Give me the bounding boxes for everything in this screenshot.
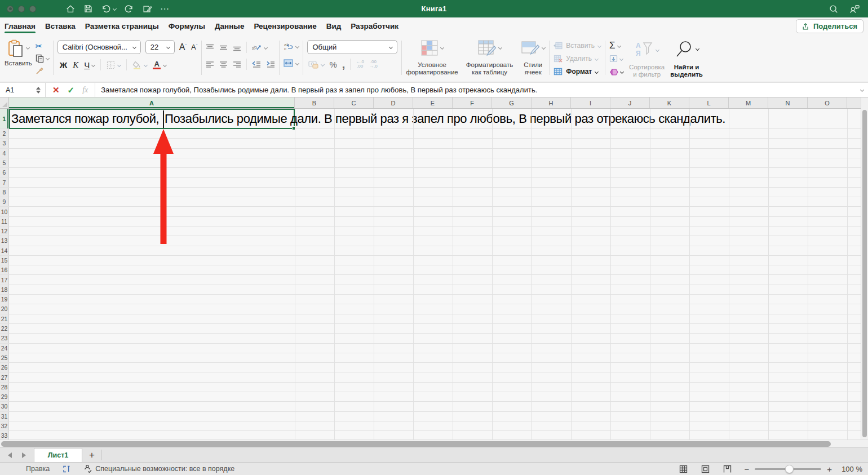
zoom-out-button[interactable]: − xyxy=(744,465,749,473)
orientation-icon[interactable]: ab xyxy=(252,43,262,52)
align-middle-icon[interactable] xyxy=(219,44,228,51)
column-header-e[interactable]: E xyxy=(413,97,453,108)
fill-down-icon[interactable] xyxy=(609,55,618,63)
column-header-o[interactable]: O xyxy=(808,97,847,108)
row-header-25[interactable]: 25 xyxy=(0,353,9,362)
row-header-20[interactable]: 20 xyxy=(0,304,9,313)
column-header-n[interactable]: N xyxy=(768,97,808,108)
horizontal-scrollbar[interactable] xyxy=(0,440,868,447)
row-header-28[interactable]: 28 xyxy=(0,383,9,392)
align-right-icon[interactable] xyxy=(233,61,241,68)
row-header-27[interactable]: 27 xyxy=(0,372,9,381)
undo-dropdown-icon[interactable] xyxy=(113,7,117,11)
row-header-24[interactable]: 24 xyxy=(0,344,9,353)
insert-cells-button[interactable]: Вставить xyxy=(553,40,601,51)
column-header-j[interactable]: J xyxy=(610,97,650,108)
normal-view-icon[interactable] xyxy=(679,465,688,473)
accounting-format-icon[interactable] xyxy=(308,60,318,69)
row-header-14[interactable]: 14 xyxy=(0,246,9,255)
align-top-icon[interactable] xyxy=(206,44,214,51)
confirm-entry-button[interactable]: ✓ xyxy=(68,85,75,95)
italic-button[interactable]: К xyxy=(73,60,78,70)
row-header-19[interactable]: 19 xyxy=(0,295,9,304)
undo-icon[interactable] xyxy=(101,4,116,14)
paste-dropdown-icon[interactable] xyxy=(26,46,30,50)
font-color-dropdown-icon[interactable] xyxy=(163,63,167,66)
add-sheet-button[interactable]: + xyxy=(82,448,101,462)
row-header-11[interactable]: 11 xyxy=(0,217,9,226)
fill-down-dropdown-icon[interactable] xyxy=(619,56,623,60)
cell-styles-button[interactable]: Стили ячеек xyxy=(521,39,545,79)
ribbon-tab-вставка[interactable]: Вставка xyxy=(45,19,76,35)
wrap-text-dropdown-icon[interactable] xyxy=(295,44,299,48)
column-header-b[interactable]: B xyxy=(295,97,334,108)
decrease-indent-icon[interactable] xyxy=(252,61,261,68)
row-header-21[interactable]: 21 xyxy=(0,314,9,323)
autosum-dropdown-icon[interactable] xyxy=(617,43,621,47)
conditional-formatting-button[interactable]: Условное форматирование xyxy=(406,39,458,79)
next-sheet-icon[interactable] xyxy=(22,452,26,458)
row-header-7[interactable]: 7 xyxy=(0,177,9,187)
accessibility-status[interactable]: Специальные возможности: все в порядке xyxy=(95,465,234,473)
save-as-icon[interactable] xyxy=(142,4,152,14)
insert-function-button[interactable]: fx xyxy=(82,86,88,95)
ribbon-tab-данные[interactable]: Данные xyxy=(215,19,244,35)
row-header-9[interactable]: 9 xyxy=(0,197,9,206)
column-header-c[interactable]: C xyxy=(334,97,374,108)
row-header-8[interactable]: 8 xyxy=(0,188,9,197)
underline-dropdown-icon[interactable] xyxy=(91,63,95,66)
row-header-29[interactable]: 29 xyxy=(0,392,9,401)
column-header-i[interactable]: I xyxy=(571,97,610,108)
zoom-in-button[interactable]: + xyxy=(827,465,832,473)
ribbon-tab-формулы[interactable]: Формулы xyxy=(169,19,205,35)
column-header-a[interactable]: A xyxy=(9,97,295,108)
cancel-entry-button[interactable]: ✕ xyxy=(52,85,60,95)
horizontal-scrollbar-thumb[interactable] xyxy=(1,441,831,447)
people-icon[interactable] xyxy=(849,4,860,14)
ribbon-tab-вид[interactable]: Вид xyxy=(326,19,342,35)
ribbon-tab-разработчик[interactable]: Разработчик xyxy=(351,19,398,35)
more-commands-icon[interactable]: ⋯ xyxy=(160,6,170,12)
zoom-window-button[interactable] xyxy=(29,6,36,12)
font-color-icon[interactable]: А xyxy=(153,61,161,69)
ribbon-tab-разметка-страницы[interactable]: Разметка страницы xyxy=(85,19,159,35)
increase-decimal-icon[interactable]: ←.0 .00 xyxy=(356,60,364,69)
column-header-k[interactable]: K xyxy=(650,97,689,108)
fill-color-icon[interactable] xyxy=(132,61,141,69)
column-header-f[interactable]: F xyxy=(453,97,492,108)
select-all-corner[interactable] xyxy=(0,97,9,108)
bold-button[interactable]: Ж xyxy=(60,60,68,70)
row-header-3[interactable]: 3 xyxy=(0,139,9,148)
save-icon[interactable] xyxy=(83,4,93,14)
zoom-slider[interactable] xyxy=(755,468,821,470)
zoom-slider-thumb[interactable] xyxy=(785,465,794,473)
format-painter-icon[interactable] xyxy=(36,66,44,75)
row-header-18[interactable]: 18 xyxy=(0,285,9,294)
row-header-13[interactable]: 13 xyxy=(0,236,9,245)
page-break-view-icon[interactable] xyxy=(723,465,732,473)
underline-button[interactable]: Ч xyxy=(84,60,90,70)
align-bottom-icon[interactable] xyxy=(233,44,241,51)
sheet-tab-active[interactable]: Лист1 xyxy=(34,448,82,462)
row-header-32[interactable]: 32 xyxy=(0,421,9,430)
copy-icon[interactable] xyxy=(36,54,44,63)
delete-cells-button[interactable]: Удалить xyxy=(553,53,601,64)
redo-icon[interactable] xyxy=(124,4,134,14)
wrap-text-icon[interactable]: abc xyxy=(284,42,293,51)
font-size-select[interactable]: 22 xyxy=(145,40,175,54)
column-header-g[interactable]: G xyxy=(492,97,532,108)
column-header-m[interactable]: M xyxy=(729,97,768,108)
row-header-1[interactable]: 1 xyxy=(0,109,9,128)
format-cells-button[interactable]: Формат xyxy=(553,66,601,77)
row-header-5[interactable]: 5 xyxy=(0,158,9,167)
row-header-17[interactable]: 17 xyxy=(0,275,9,284)
format-as-table-button[interactable]: Форматировать как таблицу xyxy=(466,39,513,79)
clear-dropdown-icon[interactable] xyxy=(620,69,624,73)
orientation-dropdown-icon[interactable] xyxy=(264,45,268,49)
merge-center-dropdown-icon[interactable] xyxy=(295,61,299,65)
increase-indent-icon[interactable] xyxy=(266,61,275,68)
row-header-15[interactable]: 15 xyxy=(0,256,9,265)
row-header-4[interactable]: 4 xyxy=(0,149,9,158)
ribbon-tab-рецензирование[interactable]: Рецензирование xyxy=(254,19,316,35)
close-window-button[interactable] xyxy=(7,6,14,12)
